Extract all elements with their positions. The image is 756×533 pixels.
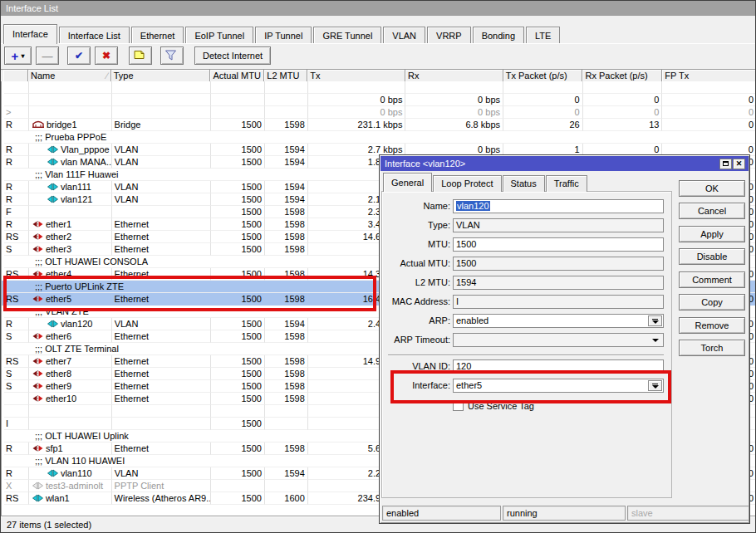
interface-name: vlan110 bbox=[61, 468, 92, 478]
torch-button[interactable]: Torch bbox=[679, 340, 745, 356]
close-button[interactable]: ✕ bbox=[733, 159, 745, 169]
arp_timeout-input[interactable] bbox=[453, 333, 664, 347]
dialog-tabstrip: GeneralLoop ProtectStatusTraffic bbox=[383, 173, 588, 192]
arp-dropdown-button[interactable] bbox=[648, 315, 662, 326]
disable-button[interactable]: Disable bbox=[679, 248, 745, 265]
actual_mtu-cell bbox=[211, 81, 265, 94]
l2_mtu-cell: 1594 bbox=[265, 181, 308, 193]
ok-button[interactable]: OK bbox=[679, 180, 745, 197]
comment-row[interactable]: ;;; Prueba PPPoE bbox=[2, 131, 756, 144]
rx-cell: 0 bps bbox=[405, 94, 503, 106]
dialog-tab-loop-protect[interactable]: Loop Protect bbox=[433, 175, 501, 192]
selected-text: vlan120 bbox=[456, 201, 490, 211]
interface-name: sfp1 bbox=[46, 443, 63, 453]
flag-cell: R bbox=[4, 193, 29, 206]
filter-icon bbox=[164, 50, 177, 62]
combo-bar-icon bbox=[652, 319, 658, 320]
status-running: running bbox=[503, 506, 626, 521]
name-cell: ether5 bbox=[29, 293, 112, 306]
apply-button[interactable]: Apply bbox=[679, 226, 745, 242]
type-input[interactable]: VLAN bbox=[453, 218, 664, 232]
cancel-button[interactable]: Cancel bbox=[679, 203, 745, 219]
rx-cell bbox=[405, 81, 503, 94]
type-cell: Bridge bbox=[112, 119, 212, 131]
flag-cell: R bbox=[4, 443, 29, 455]
tab-lte[interactable]: LTE bbox=[526, 27, 560, 44]
enable-button[interactable]: ✔ bbox=[67, 46, 91, 65]
column-header-actual_mtu[interactable]: Actual MTU bbox=[210, 70, 264, 82]
actual_mtu-input[interactable]: 1500 bbox=[453, 257, 664, 271]
column-header-fp_tx[interactable]: FP Tx bbox=[662, 70, 756, 82]
dialog-tab-status[interactable]: Status bbox=[503, 175, 545, 192]
table-row[interactable]: >0 bps0 bps000 bbox=[2, 106, 756, 119]
disable-button[interactable]: ✖ bbox=[95, 46, 118, 65]
interface-name: vlan121 bbox=[61, 194, 93, 204]
column-header-flag[interactable] bbox=[3, 70, 28, 82]
combo-arrow-icon bbox=[652, 320, 659, 324]
use-service-tag-checkbox[interactable] bbox=[453, 400, 464, 411]
l2_mtu-cell: 1594 bbox=[265, 318, 308, 330]
mtu-input[interactable]: 1500 bbox=[453, 237, 664, 252]
flag-cell bbox=[4, 94, 29, 106]
tab-interface[interactable]: Interface bbox=[3, 24, 57, 44]
table-row-bridge1[interactable]: Rbridge1Bridge15001598231.1 kbps6.8 kbps… bbox=[2, 119, 756, 131]
vlan_id-input[interactable]: 120 bbox=[453, 359, 664, 374]
status-slave: slave bbox=[627, 506, 749, 521]
l2_mtu-cell bbox=[265, 405, 308, 418]
name-cell bbox=[29, 206, 112, 218]
column-header-name[interactable]: Name∕ bbox=[28, 70, 111, 82]
actual_mtu-cell: 1500 bbox=[211, 293, 265, 306]
tab-vlan[interactable]: VLAN bbox=[383, 27, 425, 44]
l2_mtu-cell: 1598 bbox=[265, 393, 308, 405]
l2_mtu-input[interactable]: 1594 bbox=[453, 276, 664, 290]
type-cell: Ethernet bbox=[112, 443, 212, 455]
actual_mtu-cell bbox=[211, 106, 265, 119]
type-cell: Ethernet bbox=[112, 243, 212, 256]
tab-ethernet[interactable]: Ethernet bbox=[131, 27, 184, 44]
add-button[interactable]: + ▾ bbox=[4, 46, 32, 65]
rx_p-cell: 0 bbox=[583, 106, 663, 119]
tab-gre-tunnel[interactable]: GRE Tunnel bbox=[313, 27, 381, 44]
comment-icon bbox=[133, 50, 145, 61]
arp_timeout-dropdown-button[interactable] bbox=[648, 335, 662, 345]
flag-cell: S bbox=[4, 243, 29, 256]
mac-input[interactable]: I bbox=[453, 295, 664, 309]
copy-button[interactable]: Copy bbox=[679, 294, 745, 311]
actual_mtu-cell: 1500 bbox=[211, 380, 265, 393]
table-row[interactable] bbox=[2, 81, 756, 94]
column-header-type[interactable]: Type bbox=[111, 70, 211, 82]
maximize-button[interactable] bbox=[719, 159, 732, 169]
column-header-tx_p[interactable]: Tx Packet (p/s) bbox=[503, 70, 583, 82]
tab-ip-tunnel[interactable]: IP Tunnel bbox=[255, 27, 312, 44]
name-input[interactable]: vlan120 bbox=[453, 199, 664, 213]
tab-bonding[interactable]: Bonding bbox=[473, 27, 524, 44]
type-cell: Ethernet bbox=[112, 330, 212, 343]
filter-button[interactable] bbox=[160, 46, 184, 65]
dialog-tab-general[interactable]: General bbox=[383, 173, 432, 192]
actual_mtu-cell: 1500 bbox=[211, 119, 265, 131]
remove-button[interactable]: — bbox=[36, 46, 59, 65]
detect-internet-button[interactable]: Detect Internet bbox=[194, 46, 271, 65]
tx-cell: 0 bps bbox=[308, 106, 406, 119]
comment-button[interactable]: Comment bbox=[679, 271, 745, 288]
tab-eoip-tunnel[interactable]: EoIP Tunnel bbox=[185, 27, 253, 44]
name-cell: vlan110 bbox=[29, 467, 112, 480]
interface-dropdown-button[interactable] bbox=[648, 380, 662, 391]
interface-input[interactable]: ether5 bbox=[453, 379, 664, 393]
column-header-rx_p[interactable]: Rx Packet (p/s) bbox=[582, 70, 662, 82]
dialog-tab-traffic[interactable]: Traffic bbox=[546, 175, 587, 192]
arp-input[interactable]: enabled bbox=[453, 314, 664, 328]
comment-button[interactable] bbox=[129, 46, 152, 65]
column-header-l2_mtu[interactable]: L2 MTU bbox=[264, 70, 307, 82]
remove-button[interactable]: Remove bbox=[679, 317, 745, 334]
tab-vrrp[interactable]: VRRP bbox=[427, 27, 471, 44]
minus-icon: — bbox=[42, 50, 53, 62]
interface-name: wlan1 bbox=[46, 493, 70, 503]
column-header-tx[interactable]: Tx bbox=[307, 70, 405, 82]
type-cell: Ethernet bbox=[112, 293, 212, 306]
type-cell: PPTP Client bbox=[112, 480, 212, 492]
actual_mtu-cell: 1500 bbox=[211, 243, 265, 256]
table-row[interactable]: 0 bps0 bps000 bbox=[2, 94, 756, 106]
column-header-rx[interactable]: Rx bbox=[405, 70, 503, 82]
tab-interface-list[interactable]: Interface List bbox=[59, 27, 130, 44]
